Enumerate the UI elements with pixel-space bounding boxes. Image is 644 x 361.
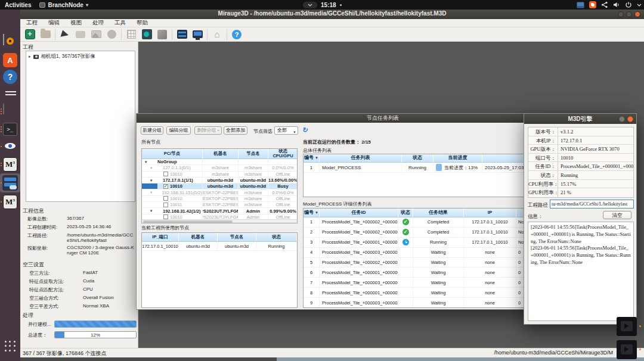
project-tree[interactable]: ▸ 相机组1, 367/367张影像 bbox=[26, 51, 135, 202]
col-header[interactable]: 状态 bbox=[398, 208, 413, 217]
expander-icon[interactable]: ▾ bbox=[150, 178, 154, 183]
expander-icon[interactable]: ▾ bbox=[150, 208, 154, 213]
help-button[interactable]: ? bbox=[231, 29, 243, 41]
col-header[interactable]: 机器名 bbox=[203, 149, 239, 159]
show-applications-button[interactable] bbox=[4, 340, 17, 353]
col-header-sortable[interactable]: 编号▼ bbox=[304, 154, 320, 163]
comment-tool-button[interactable] bbox=[75, 29, 86, 41]
home-view-button[interactable]: ⌂ bbox=[211, 29, 223, 41]
expander-icon[interactable]: ▾ bbox=[150, 190, 154, 195]
dock-item-archive-manager[interactable] bbox=[2, 104, 18, 119]
new-group-button[interactable]: 新建分组 bbox=[141, 126, 163, 135]
node-checkbox[interactable] bbox=[163, 172, 168, 176]
used-node-row[interactable]: 172.17.0.1_10010 ubuntu-m3d ubuntu-m3d R… bbox=[142, 242, 297, 251]
dock-item-ubuntu-software[interactable]: A bbox=[2, 52, 18, 68]
menu-item[interactable]: 工具 bbox=[112, 19, 128, 27]
node-row[interactable]: 10010 ubuntu-m3d ubuntu-m3d Busy bbox=[142, 183, 297, 189]
view-3d-button[interactable] bbox=[141, 29, 153, 41]
chevron-down-icon[interactable] bbox=[303, 2, 317, 8]
volume-icon[interactable] bbox=[613, 1, 620, 8]
node-filter-select[interactable]: 全部 ▼ bbox=[274, 126, 298, 135]
dock-item-mirauge3d-2[interactable]: M3 bbox=[2, 194, 18, 210]
network-icon[interactable] bbox=[601, 1, 608, 8]
node-row[interactable]: 10010 DESKTOP-22PBE90 m3share OffLine bbox=[142, 196, 297, 202]
node-row[interactable]: ▾ 172.17.0.1(1/1) ubuntu-m3d ubuntu-m3d … bbox=[142, 178, 297, 183]
clock-area[interactable]: 15:18 bbox=[303, 0, 342, 10]
col-header-sortable[interactable]: 编号▼ bbox=[304, 208, 320, 217]
app-menu-button[interactable]: BranchNode ▾ bbox=[39, 2, 88, 8]
minimize-button[interactable] bbox=[619, 116, 625, 122]
maximize-button[interactable] bbox=[626, 11, 632, 17]
power-icon[interactable] bbox=[625, 1, 632, 8]
disabled-tool-button[interactable] bbox=[106, 29, 117, 41]
open-project-button[interactable] bbox=[39, 29, 51, 41]
col-header[interactable]: 节点名 bbox=[218, 233, 256, 242]
col-header[interactable]: 状态 bbox=[256, 233, 297, 242]
menu-item[interactable]: 编辑 bbox=[46, 19, 62, 27]
window-preview-2[interactable] bbox=[617, 340, 637, 359]
dock-item-eclipse[interactable] bbox=[2, 86, 18, 101]
chevron-down-icon[interactable] bbox=[637, 2, 642, 7]
project-path-input[interactable]: tu-m3d/media/GCCeShi/L/hellokityfast bbox=[550, 200, 634, 208]
col-header[interactable]: PC/节点 bbox=[142, 149, 203, 159]
delete-group-button[interactable]: 删除分组 ▾ bbox=[194, 126, 222, 135]
expander-icon[interactable]: ▾ bbox=[145, 160, 149, 164]
node-row[interactable]: 10011 DESKTOP-22PBE90 m3share OffLine bbox=[142, 202, 297, 208]
menu-item[interactable]: 处理 bbox=[90, 19, 106, 27]
cube-view-button[interactable] bbox=[156, 29, 168, 41]
node-checkbox[interactable] bbox=[163, 196, 168, 201]
window-titlebar[interactable]: Mirauge3D - /home/ubuntu-m3d/media/GCCeS… bbox=[20, 10, 644, 19]
expander-icon[interactable]: ▸ bbox=[29, 54, 31, 59]
dock-item-help[interactable]: ? bbox=[2, 69, 18, 85]
col-header[interactable]: 机器名 bbox=[179, 233, 218, 242]
node-checkbox[interactable] bbox=[163, 203, 168, 207]
dock-item-mirauge3d[interactable]: M3 bbox=[2, 157, 18, 172]
dock-item-branchnode-active[interactable] bbox=[0, 173, 20, 192]
edit-group-button[interactable]: 编辑分组 bbox=[166, 126, 191, 135]
col-header[interactable]: 状态 CPU/GPU bbox=[268, 149, 298, 159]
dock-item-rhythmbox[interactable] bbox=[2, 35, 18, 50]
col-header[interactable]: IP bbox=[464, 208, 516, 217]
col-header[interactable]: IP_端口 bbox=[142, 233, 179, 242]
refresh-button[interactable]: ↻ bbox=[301, 126, 309, 135]
clear-log-button[interactable]: 清空 bbox=[603, 211, 631, 219]
engine-log[interactable]: [2023-06-01 14:55:56]Task(ProcessModel_T… bbox=[528, 222, 634, 321]
add-all-button[interactable]: 全部添加 bbox=[224, 126, 247, 135]
new-project-button[interactable]: + bbox=[24, 29, 36, 41]
node-panel-button[interactable] bbox=[176, 29, 188, 41]
dock-item-screen-reader[interactable] bbox=[2, 139, 18, 154]
node-row[interactable]: ▾ NoGroup bbox=[142, 159, 297, 165]
expander-icon[interactable]: ▾ bbox=[150, 166, 154, 170]
col-header[interactable]: 当前进度 bbox=[434, 154, 482, 163]
window-preview-1[interactable] bbox=[617, 317, 637, 336]
plot-tool-button[interactable] bbox=[59, 29, 71, 41]
workspace-indicator-icon[interactable] bbox=[577, 2, 584, 8]
horizontal-scrollbar[interactable] bbox=[142, 219, 297, 223]
monitor-button[interactable] bbox=[191, 29, 203, 41]
menu-item[interactable]: 视图 bbox=[68, 19, 84, 27]
minimize-button[interactable] bbox=[618, 11, 624, 17]
node-row[interactable]: ▾ 127.0.1.1(0/1) m3share m3share 0.0%/0.… bbox=[142, 165, 297, 171]
node-checkbox[interactable] bbox=[163, 184, 168, 189]
col-header[interactable]: 任务列表 bbox=[320, 154, 402, 163]
dock-item-terminal[interactable]: >_ bbox=[2, 122, 18, 137]
scrollbar-thumb[interactable] bbox=[143, 220, 233, 223]
node-row[interactable]: 10010 m3share m3share OffLine bbox=[142, 172, 297, 178]
menu-item[interactable]: 工程 bbox=[24, 19, 40, 27]
input-method-icon[interactable] bbox=[589, 1, 596, 8]
col-header[interactable]: 状态 bbox=[402, 154, 434, 163]
grid-view-button[interactable] bbox=[125, 29, 137, 41]
engine-titlebar[interactable]: M3D引擎 bbox=[524, 114, 636, 124]
node-row[interactable]: ▾ 192.168.31.151(0/2) DESKTOP-22PBE90 m3… bbox=[142, 189, 297, 195]
node-row[interactable]: ▾ 192.168.31.42(1/2) PS2023UTJYLFGM Admi… bbox=[142, 208, 297, 214]
col-header[interactable]: 任务结果 bbox=[413, 208, 464, 217]
activities-button[interactable]: Activities bbox=[5, 2, 31, 8]
close-button[interactable] bbox=[634, 11, 640, 17]
tree-item-camera-group[interactable]: ▸ 相机组1, 367/367张影像 bbox=[26, 51, 135, 62]
close-button[interactable] bbox=[627, 116, 633, 122]
dock-item-firefox[interactable] bbox=[2, 15, 18, 31]
image-tool-button[interactable] bbox=[90, 29, 102, 41]
col-header[interactable]: 任务ID bbox=[320, 208, 398, 217]
col-header[interactable]: 节点名 bbox=[239, 149, 268, 159]
menu-item[interactable]: 帮助 bbox=[134, 19, 150, 27]
